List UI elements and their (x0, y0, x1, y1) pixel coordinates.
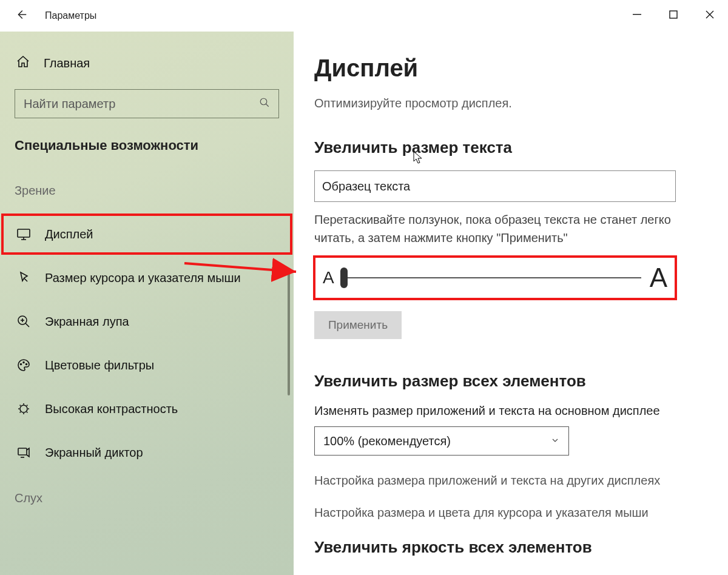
page-subtitle: Оптимизируйте просмотр дисплея. (314, 96, 710, 110)
home-icon (16, 55, 30, 72)
svg-point-2 (260, 98, 267, 105)
group-hearing-label: Слух (0, 474, 294, 520)
sidebar-scrollbar[interactable] (288, 268, 290, 395)
svg-point-6 (23, 362, 24, 363)
sidebar-item-label: Экранная лупа (45, 315, 129, 329)
sidebar: Главная Специальные возможности Зрение Д… (0, 32, 294, 575)
back-icon[interactable] (15, 8, 28, 24)
maximize-button[interactable] (655, 0, 692, 29)
sidebar-item-label: Высокая контрастность (45, 402, 178, 416)
svg-rect-0 (633, 14, 641, 15)
link-other-displays[interactable]: Настройка размера приложений и текста на… (314, 474, 710, 488)
group-vision-label: Зрение (0, 178, 294, 212)
text-size-slider[interactable]: A A (314, 257, 676, 299)
sidebar-item-high-contrast[interactable]: Высокая контрастность (0, 387, 294, 431)
svg-point-8 (20, 405, 27, 412)
sidebar-home-label: Главная (44, 56, 90, 70)
search-box[interactable] (15, 89, 279, 118)
sidebar-item-narrator[interactable]: Экранный диктор (0, 431, 294, 474)
sidebar-item-cursor[interactable]: Размер курсора и указателя мыши (0, 256, 294, 300)
sidebar-item-label: Цветовые фильтры (45, 358, 154, 372)
narrator-icon (16, 445, 32, 460)
link-cursor-color[interactable]: Настройка размера и цвета для курсора и … (314, 506, 710, 520)
magnifier-icon (16, 314, 32, 329)
sidebar-item-label: Экранный диктор (45, 446, 143, 460)
cursor-icon (16, 270, 32, 286)
content-pane: Дисплей Оптимизируйте просмотр дисплея. … (294, 32, 728, 575)
contrast-icon (16, 401, 32, 417)
minimize-button[interactable] (619, 0, 655, 29)
page-title: Дисплей (314, 55, 710, 82)
svg-rect-1 (670, 11, 677, 18)
svg-point-7 (26, 364, 27, 365)
chevron-down-icon (550, 434, 560, 448)
sidebar-item-label: Размер курсора и указателя мыши (45, 271, 241, 285)
slider-min-label: A (323, 268, 334, 288)
palette-icon (16, 357, 32, 373)
sidebar-item-display[interactable]: Дисплей (0, 212, 294, 256)
slider-max-label: A (650, 263, 667, 293)
sample-text: Образец текста (322, 180, 410, 193)
sidebar-item-magnifier[interactable]: Экранная лупа (0, 300, 294, 343)
close-button[interactable] (692, 0, 728, 29)
monitor-icon (16, 226, 32, 242)
slider-help-text: Перетаскивайте ползунок, пока образец те… (314, 210, 703, 247)
section-text-size: Увеличить размер текста (314, 138, 710, 157)
sidebar-item-color-filters[interactable]: Цветовые фильтры (0, 343, 294, 387)
scale-combobox[interactable]: 100% (рекомендуется) (314, 426, 569, 456)
search-icon (259, 97, 270, 110)
titlebar: Параметры (0, 0, 728, 32)
section-all-elements: Увеличить размер всех элементов (314, 372, 710, 391)
apply-button[interactable]: Применить (314, 311, 402, 339)
sidebar-item-label: Дисплей (45, 227, 93, 241)
svg-point-5 (21, 364, 22, 365)
svg-rect-9 (18, 448, 27, 455)
scale-selected-value: 100% (рекомендуется) (323, 434, 451, 448)
scale-setting-label: Изменять размер приложений и текста на о… (314, 404, 710, 418)
category-title: Специальные возможности (0, 135, 294, 178)
sample-text-box: Образец текста (314, 170, 676, 202)
slider-track[interactable] (343, 277, 641, 278)
sidebar-item-home[interactable]: Главная (0, 34, 294, 87)
section-brightness: Увеличить яркость всех элементов (314, 538, 710, 557)
svg-rect-3 (18, 229, 30, 237)
search-input[interactable] (24, 97, 230, 111)
window-title: Параметры (45, 10, 96, 21)
slider-thumb[interactable] (340, 267, 348, 288)
settings-window: Параметры Главная (0, 0, 728, 575)
